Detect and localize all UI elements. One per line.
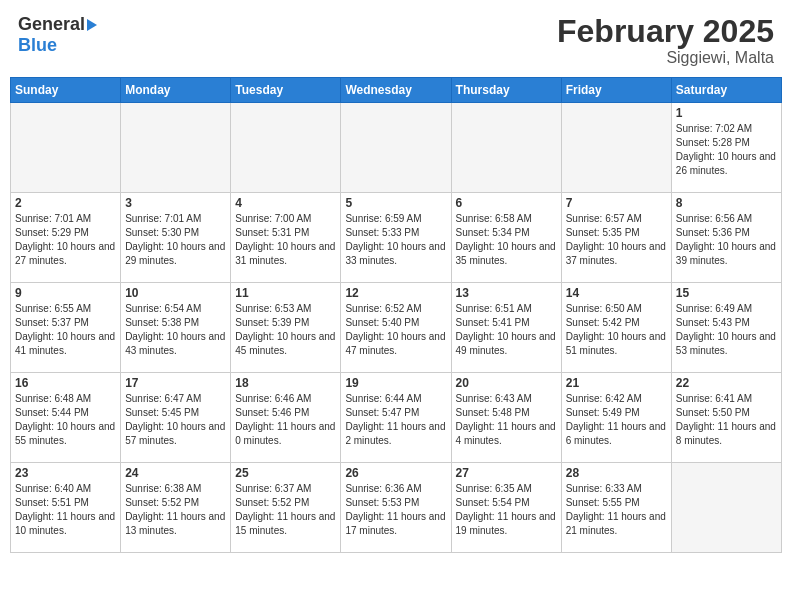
day-info: Sunrise: 6:43 AM Sunset: 5:48 PM Dayligh… [456,392,557,448]
calendar-cell: 9Sunrise: 6:55 AM Sunset: 5:37 PM Daylig… [11,283,121,373]
calendar-cell: 22Sunrise: 6:41 AM Sunset: 5:50 PM Dayli… [671,373,781,463]
day-info: Sunrise: 6:55 AM Sunset: 5:37 PM Dayligh… [15,302,116,358]
day-header-wednesday: Wednesday [341,78,451,103]
day-header-thursday: Thursday [451,78,561,103]
day-info: Sunrise: 6:53 AM Sunset: 5:39 PM Dayligh… [235,302,336,358]
day-info: Sunrise: 6:52 AM Sunset: 5:40 PM Dayligh… [345,302,446,358]
calendar-cell: 2Sunrise: 7:01 AM Sunset: 5:29 PM Daylig… [11,193,121,283]
day-number: 3 [125,196,226,210]
day-number: 18 [235,376,336,390]
calendar-table: SundayMondayTuesdayWednesdayThursdayFrid… [10,77,782,553]
day-info: Sunrise: 7:00 AM Sunset: 5:31 PM Dayligh… [235,212,336,268]
day-info: Sunrise: 6:50 AM Sunset: 5:42 PM Dayligh… [566,302,667,358]
day-info: Sunrise: 6:33 AM Sunset: 5:55 PM Dayligh… [566,482,667,538]
day-number: 9 [15,286,116,300]
day-header-sunday: Sunday [11,78,121,103]
day-number: 2 [15,196,116,210]
logo-general: General [18,14,85,35]
day-info: Sunrise: 6:36 AM Sunset: 5:53 PM Dayligh… [345,482,446,538]
day-info: Sunrise: 6:49 AM Sunset: 5:43 PM Dayligh… [676,302,777,358]
calendar-cell [671,463,781,553]
day-info: Sunrise: 6:38 AM Sunset: 5:52 PM Dayligh… [125,482,226,538]
day-info: Sunrise: 6:59 AM Sunset: 5:33 PM Dayligh… [345,212,446,268]
calendar-cell [341,103,451,193]
calendar-cell: 28Sunrise: 6:33 AM Sunset: 5:55 PM Dayli… [561,463,671,553]
week-row-3: 9Sunrise: 6:55 AM Sunset: 5:37 PM Daylig… [11,283,782,373]
day-info: Sunrise: 6:40 AM Sunset: 5:51 PM Dayligh… [15,482,116,538]
day-number: 21 [566,376,667,390]
calendar-subtitle: Siggiewi, Malta [557,49,774,67]
calendar-cell [11,103,121,193]
calendar-cell [231,103,341,193]
day-info: Sunrise: 6:51 AM Sunset: 5:41 PM Dayligh… [456,302,557,358]
day-number: 7 [566,196,667,210]
calendar-cell: 10Sunrise: 6:54 AM Sunset: 5:38 PM Dayli… [121,283,231,373]
day-header-saturday: Saturday [671,78,781,103]
day-number: 10 [125,286,226,300]
day-number: 26 [345,466,446,480]
day-header-tuesday: Tuesday [231,78,341,103]
day-info: Sunrise: 6:57 AM Sunset: 5:35 PM Dayligh… [566,212,667,268]
calendar-cell: 19Sunrise: 6:44 AM Sunset: 5:47 PM Dayli… [341,373,451,463]
day-info: Sunrise: 6:46 AM Sunset: 5:46 PM Dayligh… [235,392,336,448]
day-number: 11 [235,286,336,300]
day-header-monday: Monday [121,78,231,103]
day-info: Sunrise: 6:44 AM Sunset: 5:47 PM Dayligh… [345,392,446,448]
calendar-cell: 7Sunrise: 6:57 AM Sunset: 5:35 PM Daylig… [561,193,671,283]
calendar-cell: 17Sunrise: 6:47 AM Sunset: 5:45 PM Dayli… [121,373,231,463]
day-number: 24 [125,466,226,480]
day-number: 15 [676,286,777,300]
calendar-header-row: SundayMondayTuesdayWednesdayThursdayFrid… [11,78,782,103]
day-number: 23 [15,466,116,480]
calendar-cell: 11Sunrise: 6:53 AM Sunset: 5:39 PM Dayli… [231,283,341,373]
day-info: Sunrise: 7:02 AM Sunset: 5:28 PM Dayligh… [676,122,777,178]
day-info: Sunrise: 6:48 AM Sunset: 5:44 PM Dayligh… [15,392,116,448]
calendar-cell: 23Sunrise: 6:40 AM Sunset: 5:51 PM Dayli… [11,463,121,553]
title-block: February 2025 Siggiewi, Malta [557,14,774,67]
day-number: 16 [15,376,116,390]
day-number: 4 [235,196,336,210]
calendar-cell: 5Sunrise: 6:59 AM Sunset: 5:33 PM Daylig… [341,193,451,283]
day-info: Sunrise: 6:37 AM Sunset: 5:52 PM Dayligh… [235,482,336,538]
calendar-cell: 21Sunrise: 6:42 AM Sunset: 5:49 PM Dayli… [561,373,671,463]
day-info: Sunrise: 6:56 AM Sunset: 5:36 PM Dayligh… [676,212,777,268]
day-number: 6 [456,196,557,210]
logo-blue: Blue [18,35,57,56]
week-row-4: 16Sunrise: 6:48 AM Sunset: 5:44 PM Dayli… [11,373,782,463]
day-number: 1 [676,106,777,120]
calendar-cell: 25Sunrise: 6:37 AM Sunset: 5:52 PM Dayli… [231,463,341,553]
day-number: 25 [235,466,336,480]
day-number: 5 [345,196,446,210]
day-number: 17 [125,376,226,390]
calendar-cell: 26Sunrise: 6:36 AM Sunset: 5:53 PM Dayli… [341,463,451,553]
calendar-title: February 2025 [557,14,774,49]
calendar-cell: 4Sunrise: 7:00 AM Sunset: 5:31 PM Daylig… [231,193,341,283]
day-info: Sunrise: 6:54 AM Sunset: 5:38 PM Dayligh… [125,302,226,358]
day-number: 20 [456,376,557,390]
calendar-cell: 13Sunrise: 6:51 AM Sunset: 5:41 PM Dayli… [451,283,561,373]
day-number: 8 [676,196,777,210]
calendar-cell: 8Sunrise: 6:56 AM Sunset: 5:36 PM Daylig… [671,193,781,283]
day-info: Sunrise: 6:58 AM Sunset: 5:34 PM Dayligh… [456,212,557,268]
calendar-cell: 6Sunrise: 6:58 AM Sunset: 5:34 PM Daylig… [451,193,561,283]
calendar-cell: 18Sunrise: 6:46 AM Sunset: 5:46 PM Dayli… [231,373,341,463]
week-row-2: 2Sunrise: 7:01 AM Sunset: 5:29 PM Daylig… [11,193,782,283]
logo: General Blue [18,14,97,56]
calendar-cell: 1Sunrise: 7:02 AM Sunset: 5:28 PM Daylig… [671,103,781,193]
calendar-cell: 15Sunrise: 6:49 AM Sunset: 5:43 PM Dayli… [671,283,781,373]
day-number: 14 [566,286,667,300]
day-info: Sunrise: 6:41 AM Sunset: 5:50 PM Dayligh… [676,392,777,448]
calendar-cell: 24Sunrise: 6:38 AM Sunset: 5:52 PM Dayli… [121,463,231,553]
day-number: 28 [566,466,667,480]
day-number: 12 [345,286,446,300]
day-number: 27 [456,466,557,480]
calendar-cell: 20Sunrise: 6:43 AM Sunset: 5:48 PM Dayli… [451,373,561,463]
calendar-header: General Blue February 2025 Siggiewi, Mal… [10,10,782,71]
day-info: Sunrise: 6:35 AM Sunset: 5:54 PM Dayligh… [456,482,557,538]
calendar-cell [451,103,561,193]
calendar-cell: 14Sunrise: 6:50 AM Sunset: 5:42 PM Dayli… [561,283,671,373]
calendar-cell [121,103,231,193]
calendar-cell [561,103,671,193]
calendar-cell: 16Sunrise: 6:48 AM Sunset: 5:44 PM Dayli… [11,373,121,463]
day-number: 22 [676,376,777,390]
